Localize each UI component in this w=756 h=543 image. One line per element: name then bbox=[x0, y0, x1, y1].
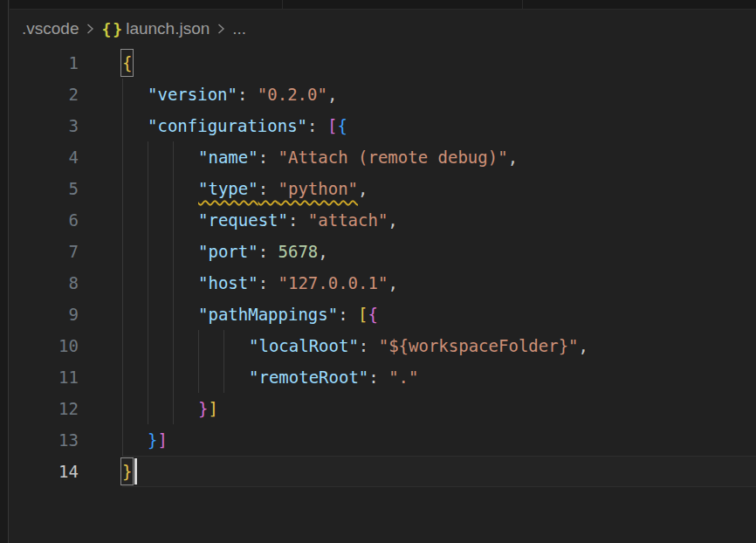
code-token: "type" bbox=[198, 179, 258, 198]
indent-guide bbox=[122, 330, 123, 361]
code-line-content[interactable]: "configurations": [{ bbox=[122, 110, 756, 141]
code-token: "127.0.0.1" bbox=[278, 273, 388, 292]
indent-guide bbox=[173, 267, 174, 299]
code-token: "${workspaceFolder}" bbox=[379, 336, 579, 355]
code-token: , bbox=[327, 85, 337, 104]
code-line: 14} bbox=[10, 456, 756, 487]
code-token: : bbox=[237, 85, 258, 104]
indent-guide bbox=[173, 173, 174, 204]
indent-guide bbox=[148, 236, 148, 267]
code-token: "0.2.0" bbox=[258, 85, 327, 104]
code-token: "python" bbox=[278, 179, 359, 198]
code-line-content[interactable]: "type": "python", bbox=[122, 173, 756, 204]
indent-guide bbox=[148, 330, 148, 361]
code-line: 9"pathMappings": [{ bbox=[10, 299, 756, 330]
indent-guide bbox=[223, 330, 224, 361]
line-number[interactable]: 2 bbox=[10, 79, 79, 110]
code-token: "localRoot" bbox=[249, 336, 359, 355]
bracket-match-highlight: } bbox=[122, 456, 132, 487]
code-token: , bbox=[318, 242, 327, 261]
indent-guide bbox=[148, 393, 148, 424]
indent-guide bbox=[198, 361, 199, 393]
code-line-content[interactable]: { bbox=[122, 47, 756, 79]
code-line-content[interactable]: "host": "127.0.0.1", bbox=[122, 267, 756, 299]
code-token: : bbox=[258, 242, 278, 261]
indent-guide bbox=[148, 141, 148, 173]
line-number[interactable]: 3 bbox=[10, 110, 79, 141]
code-token: 5678 bbox=[278, 242, 319, 261]
chevron-right-icon bbox=[86, 22, 94, 36]
line-number[interactable]: 10 bbox=[10, 330, 79, 361]
code-line-content[interactable]: "port": 5678, bbox=[122, 236, 756, 267]
code-line-content[interactable]: "remoteRoot": "." bbox=[122, 361, 756, 393]
indent-guide bbox=[223, 361, 224, 393]
code-token: : bbox=[359, 336, 379, 355]
breadcrumb-item-symbol[interactable]: ... bbox=[232, 19, 246, 38]
line-number[interactable]: 11 bbox=[10, 361, 79, 393]
indent-guide bbox=[173, 204, 174, 236]
indent-guide bbox=[173, 141, 174, 173]
code-line-content[interactable]: "localRoot": "${workspaceFolder}", bbox=[122, 330, 756, 361]
code-token: , bbox=[358, 179, 368, 198]
code-line-content[interactable]: "pathMappings": [{ bbox=[122, 299, 756, 330]
indent-guide bbox=[122, 361, 123, 393]
line-number[interactable]: 4 bbox=[10, 141, 79, 173]
code-line: 6"request": "attach", bbox=[10, 204, 756, 236]
line-number[interactable]: 5 bbox=[10, 173, 79, 204]
json-file-icon: {} bbox=[101, 20, 124, 38]
code-token: : bbox=[307, 116, 327, 135]
indent-guide bbox=[122, 236, 123, 267]
indent-guide bbox=[148, 299, 148, 330]
code-line-content[interactable]: "version": "0.2.0", bbox=[122, 79, 756, 110]
indent-guide bbox=[148, 204, 148, 236]
indent-guide bbox=[122, 110, 123, 141]
code-line-content[interactable]: } bbox=[122, 456, 756, 487]
line-number[interactable]: 1 bbox=[10, 47, 79, 79]
code-token: } bbox=[198, 399, 208, 418]
code-token: "version" bbox=[148, 85, 237, 104]
line-number[interactable]: 13 bbox=[10, 424, 79, 456]
code-line-content[interactable]: "request": "attach", bbox=[122, 204, 756, 236]
indent-guide bbox=[122, 424, 123, 456]
code-line: 10"localRoot": "${workspaceFolder}", bbox=[10, 330, 756, 361]
tab-separator bbox=[522, 0, 523, 9]
line-number[interactable]: 12 bbox=[10, 393, 79, 424]
indent-guide bbox=[122, 173, 123, 204]
vscode-editor-window: { "palette": { "editor-bg": "#212121", "… bbox=[0, 0, 756, 543]
code-token: : bbox=[258, 179, 278, 198]
code-token: ] bbox=[157, 430, 167, 450]
breadcrumb-item-folder[interactable]: .vscode bbox=[22, 19, 79, 38]
indent-guide bbox=[122, 267, 123, 299]
line-number[interactable]: 9 bbox=[10, 299, 79, 330]
breadcrumb-item-file[interactable]: {} launch.json bbox=[101, 19, 210, 38]
code-line-content[interactable]: "name": "Attach (remote debug)", bbox=[122, 141, 756, 173]
text-cursor bbox=[134, 458, 137, 485]
code-line: 7"port": 5678, bbox=[10, 236, 756, 267]
line-number[interactable]: 14 bbox=[10, 456, 79, 487]
indent-guide bbox=[122, 393, 123, 424]
code-token: "pathMappings" bbox=[198, 305, 338, 324]
code-line-content[interactable]: }] bbox=[122, 393, 756, 424]
chevron-right-icon bbox=[216, 22, 225, 36]
code-token: : bbox=[258, 273, 278, 292]
indent-guide bbox=[173, 361, 174, 393]
code-token: } bbox=[148, 430, 157, 450]
code-token: "host" bbox=[198, 273, 258, 292]
line-number[interactable]: 6 bbox=[10, 204, 79, 236]
line-number[interactable]: 8 bbox=[10, 267, 79, 299]
code-token: [ bbox=[358, 305, 368, 324]
code-token: [ bbox=[327, 116, 337, 135]
code-token: , bbox=[579, 336, 588, 355]
code-token: { bbox=[337, 116, 347, 135]
code-token: "port" bbox=[198, 242, 258, 261]
warning-squiggle: "type": "python" bbox=[198, 179, 358, 198]
code-token: : bbox=[368, 368, 388, 387]
line-number[interactable]: 7 bbox=[10, 236, 79, 267]
indent-guide bbox=[148, 173, 148, 204]
indent-guide bbox=[173, 299, 174, 330]
code-token: : bbox=[288, 210, 308, 230]
code-line-content[interactable]: }] bbox=[122, 424, 756, 456]
code-editor[interactable]: 1{2"version": "0.2.0",3"configurations":… bbox=[10, 47, 756, 543]
sidebar-edge bbox=[0, 0, 9, 543]
indent-guide bbox=[148, 361, 148, 393]
